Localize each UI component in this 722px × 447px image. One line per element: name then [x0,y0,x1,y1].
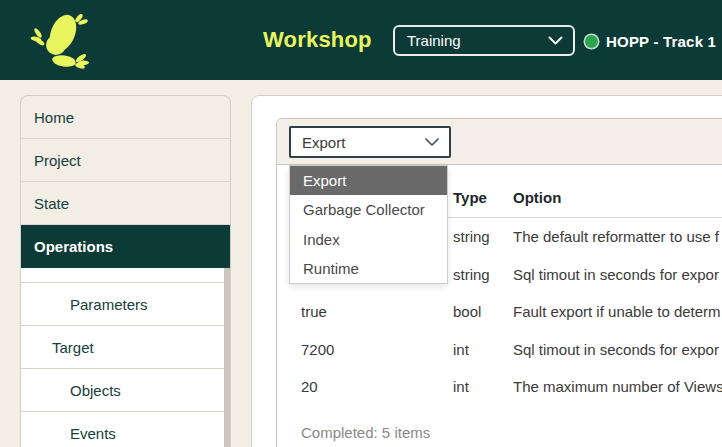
environment-select[interactable]: Training [393,25,575,56]
type-cell: bool [453,303,513,320]
category-dropdown-list: Export Garbage Collector Index Runtime [289,165,448,284]
submenu-spacer [21,268,224,283]
dropdown-option-index[interactable]: Index [290,225,447,254]
environment-select-value: Training [407,32,548,49]
sidebar-item-parameters[interactable]: Parameters [21,283,224,326]
sidebar-item-label: Project [34,152,81,169]
option-cell: Sql timout in seconds for expor [513,266,722,283]
sidebar-item-label: Parameters [70,296,148,313]
value-cell: true [301,303,453,320]
option-cell: The maximum number of Views [513,378,722,395]
option-cell: Sql timout in seconds for expor [513,341,722,358]
sidebar-item-label: State [34,195,69,212]
type-cell: int [453,341,513,358]
table-row[interactable]: 20 int The maximum number of Views [301,368,722,406]
top-bar: Workshop Training HOPP - Track 1 [0,0,722,80]
category-select[interactable]: Export [289,126,451,158]
dropdown-option-garbage-collector[interactable]: Garbage Collector [290,195,447,224]
type-cell: string [453,228,513,245]
sidebar-item-home[interactable]: Home [21,96,230,139]
sidebar-submenu: Parameters Target Objects Events [21,268,224,447]
column-header-type: Type [453,189,513,206]
completed-count: Completed: 5 items [301,424,722,441]
column-header-option: Option [513,189,722,206]
sidebar: Home Project State Operations Parameters… [20,95,231,447]
connection-status: HOPP - Track 1 [585,26,716,56]
sidebar-item-target[interactable]: Target [21,326,224,369]
options-toolbar: Export [277,119,722,165]
frog-logo-icon [26,8,96,72]
chevron-down-icon [425,138,439,146]
dropdown-option-runtime[interactable]: Runtime [290,254,447,283]
dropdown-option-label: Garbage Collector [303,201,425,218]
sidebar-item-operations[interactable]: Operations [21,225,230,268]
sidebar-item-label: Events [70,425,116,442]
option-cell: Fault export if unable to determ [513,303,722,320]
option-cell: The default reformatter to use f [513,228,722,245]
sidebar-item-objects[interactable]: Objects [21,369,224,412]
sidebar-item-project[interactable]: Project [21,139,230,182]
category-select-value: Export [302,134,425,151]
dropdown-option-label: Index [303,231,340,248]
sidebar-item-label: Home [34,109,74,126]
status-label: HOPP - Track 1 [606,33,716,50]
status-dot-icon [585,35,598,48]
dropdown-option-label: Export [303,172,346,189]
table-row[interactable]: 7200 int Sql timout in seconds for expor [301,331,722,369]
sidebar-item-label: Operations [34,238,113,255]
value-cell: 20 [301,378,453,395]
dropdown-option-export[interactable]: Export [290,166,447,195]
sidebar-item-events[interactable]: Events [21,412,224,447]
type-cell: string [453,266,513,283]
dropdown-option-label: Runtime [303,260,359,277]
sidebar-scrollbar[interactable] [224,268,231,447]
sidebar-item-state[interactable]: State [21,182,230,225]
sidebar-item-label: Target [52,339,94,356]
table-row[interactable]: true bool Fault export if unable to dete… [301,293,722,331]
app-title: Workshop [263,27,372,53]
value-cell: 7200 [301,341,453,358]
type-cell: int [453,378,513,395]
chevron-down-icon [548,36,563,45]
sidebar-item-label: Objects [70,382,121,399]
